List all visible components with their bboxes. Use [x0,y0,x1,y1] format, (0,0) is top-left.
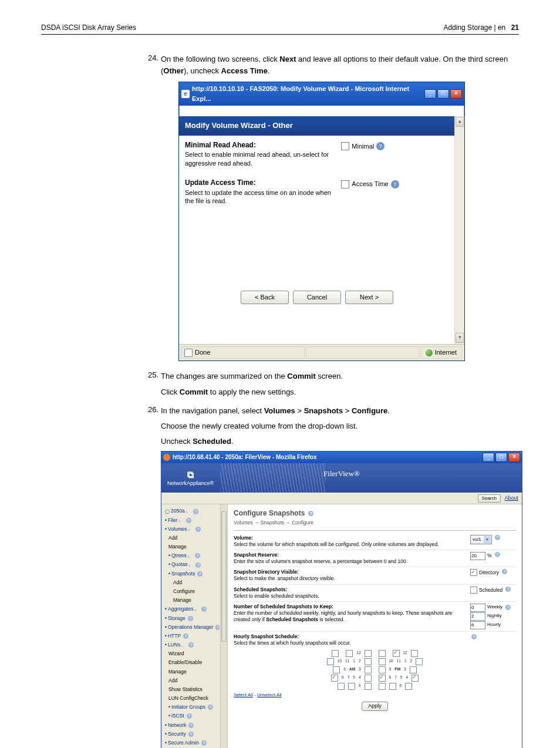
directory-checkbox[interactable] [470,569,477,576]
nav-filer[interactable]: • Filer ▫? [164,516,220,525]
label: Nightly [487,612,501,619]
help-icon[interactable]: ? [505,605,511,610]
nav-secure-admin[interactable]: • Secure Admin ? [164,739,220,747]
unselect-all-link[interactable]: Unselect All [257,692,282,698]
hour-checkbox[interactable] [379,666,386,673]
access-time-checkbox[interactable] [341,180,349,188]
window-close-button[interactable]: × [450,89,462,99]
text: . [387,406,390,415]
section-title: Adding Storage | en [443,23,505,32]
hour-checkbox[interactable] [331,675,338,682]
hour-checkbox[interactable] [332,650,339,657]
help-icon[interactable]: ? [505,587,511,592]
field-label: Hourly Snapshot Schedule: [234,634,470,640]
hourly-input[interactable]: 6 [470,621,485,629]
help-icon[interactable]: ? [376,142,384,150]
product-name: DSDA iSCSI Disk Array Series [41,23,136,32]
nav-volumes[interactable]: • Volumes ▫? [164,525,220,534]
hour-checkbox[interactable] [410,666,417,673]
hour-checkbox[interactable] [416,658,423,665]
nav-storage[interactable]: • Storage ? [164,614,220,623]
hour-checkbox[interactable] [379,650,386,657]
text: On the following two screens, click [161,55,279,63]
scrollbar[interactable]: ▴ ▾ [454,116,464,344]
reserve-input[interactable]: 20 [470,552,485,560]
nav-network[interactable]: • Network ? [164,721,220,730]
window-maximize-button[interactable]: □ [437,89,449,99]
hour-checkbox[interactable] [379,658,386,665]
nav-quotas[interactable]: • Quotas ▫? [164,560,220,569]
nav-snapshots[interactable]: • Snapshots ? [164,570,220,578]
nav-snap-configure[interactable]: Configure [164,587,220,596]
next-button[interactable]: Next > [345,291,393,304]
weekly-input[interactable]: 0 [470,604,485,612]
apply-button[interactable]: Apply [362,702,388,711]
nav-root[interactable]: 🖵2050a▫? [164,507,220,515]
nav-qtrees[interactable]: • Qtrees ▫? [164,551,220,560]
hour-checkbox[interactable] [365,666,372,673]
window-close-button[interactable]: × [508,453,520,462]
status-zone: Internet [435,348,457,358]
nav-luns-stats[interactable]: Show Statistics [164,685,220,694]
row-scheduled: Scheduled Snapshots: Select to enable sc… [234,584,516,601]
hour-checkbox[interactable] [365,675,372,682]
help-icon[interactable]: ? [495,552,500,557]
help-icon[interactable]: ? [391,180,399,188]
nightly-input[interactable]: 2 [470,612,485,621]
nav-ops-manager[interactable]: • Operations Manager ? [164,623,220,632]
hour-checkbox[interactable] [365,650,372,657]
nav-initiator-groups[interactable]: • Initiator Groups ? [164,703,220,712]
hour-checkbox[interactable] [348,683,355,690]
help-icon[interactable]: ? [502,569,507,574]
nav-luns-enable[interactable]: Enable/Disable [164,658,220,667]
window-minimize-button[interactable]: _ [424,89,436,99]
nav-scrollbar[interactable] [220,504,227,748]
hour-checkbox[interactable] [405,683,412,690]
about-link[interactable]: About [504,495,518,501]
nav-snap-manage[interactable]: Manage [164,596,220,605]
search-button[interactable]: Search [478,494,501,503]
hour-checkbox[interactable] [365,683,372,690]
nav-volumes-manage[interactable]: Manage [164,543,220,551]
hour-checkbox[interactable] [346,650,353,657]
scheduled-checkbox[interactable] [470,587,477,594]
minimal-checkbox[interactable] [341,142,349,150]
nav-security[interactable]: • Security ? [164,730,220,739]
nav-http[interactable]: • HTTP ? [164,632,220,641]
hour-checkbox[interactable] [411,675,419,682]
text: to apply the new settings. [208,388,296,396]
hour-checkbox[interactable] [365,658,372,665]
hour-checkbox[interactable] [379,683,386,690]
hour-checkbox[interactable] [379,675,386,682]
text: In the navigation panel, select [161,406,264,415]
scroll-up-icon[interactable]: ▴ [456,117,464,127]
hour-checkbox[interactable] [393,650,400,657]
cancel-button[interactable]: Cancel [293,291,341,304]
step-number: 25. [141,370,161,401]
nav-luns-add[interactable]: Add [164,676,220,685]
scroll-down-icon[interactable]: ▾ [456,333,464,343]
hour-checkbox[interactable] [327,658,334,665]
select-all-link[interactable]: Select All [234,692,253,698]
back-button[interactable]: < Back [241,291,289,304]
nav-luns-manage[interactable]: Manage [164,668,220,676]
nav-volumes-add[interactable]: Add [164,534,220,543]
nav-iscsi[interactable]: • iSCSI ? [164,712,220,720]
nav-aggregates[interactable]: • Aggregates ▫? [164,605,220,614]
window-minimize-button[interactable]: _ [483,453,494,462]
help-icon[interactable]: ? [471,634,477,639]
hour-checkbox[interactable] [389,683,396,690]
nav-luns-configcheck[interactable]: LUN ConfigCheck [164,694,220,703]
hour-checkbox[interactable] [333,666,340,673]
help-icon[interactable]: ? [495,535,500,540]
hour-checkbox[interactable] [338,683,345,690]
hour-checkbox[interactable] [411,650,418,657]
help-icon[interactable]: ? [308,511,313,516]
window-maximize-button[interactable]: □ [495,453,507,462]
checkbox-label: Directory [479,569,499,577]
nav-luns-wizard[interactable]: Wizard [164,649,220,658]
nav-luns[interactable]: • LUNs ▫? [164,641,220,649]
volume-select[interactable]: vol1▾ [470,535,492,544]
page-number: 21 [511,23,519,32]
nav-snap-add[interactable]: Add [164,578,220,587]
